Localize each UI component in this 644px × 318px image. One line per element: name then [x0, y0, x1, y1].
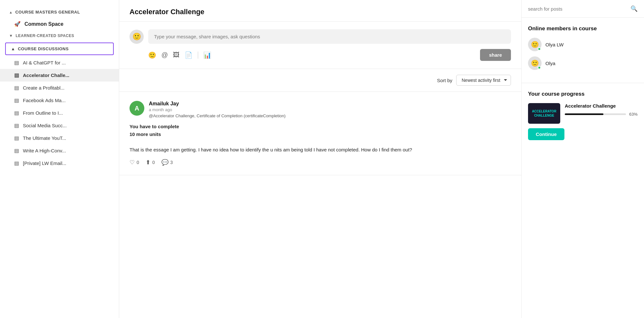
toolbar-divider [198, 52, 198, 59]
sidebar-item-social-media[interactable]: ▤ Social Media Succ... [0, 119, 119, 132]
thumbnail-text: ACCELERATORCHALLENGE [531, 108, 558, 119]
current-user-avatar: 🙂 [130, 30, 144, 44]
course-progress-section: Your course progress ACCELERATORCHALLENG… [522, 83, 644, 148]
sidebar-section-course-discussions[interactable]: ▲ COURSE DISCUSSIONS [5, 43, 114, 55]
main-content: Accelerator Challenge 🙂 🙂 @ 🖼 📄 📊 share … [119, 0, 522, 318]
post-body-highlight: You have to complete10 more units [130, 124, 179, 137]
rocket-icon: 🚀 [14, 21, 21, 27]
post-actions: ♡ 0 ⬆ 0 💬 3 [130, 159, 511, 166]
post-tag: @Accelerator Challenge, Certificate of C… [149, 113, 511, 118]
sidebar-item-ai-chatgpt[interactable]: ▤ AI & ChatGPT for ... [0, 56, 119, 69]
message-toolbar: 🙂 @ 🖼 📄 📊 share [130, 49, 511, 61]
progress-bar-bg [565, 113, 626, 115]
document-icon: ▤ [14, 97, 19, 103]
document-icon: ▤ [14, 85, 19, 91]
page-title: Accelerator Challenge [130, 8, 511, 16]
message-input-row: 🙂 [130, 29, 511, 44]
continue-button[interactable]: Continue [528, 128, 564, 140]
document-icon: ▤ [14, 110, 19, 116]
heart-icon: ♡ [130, 159, 135, 166]
online-indicator [538, 47, 541, 51]
sort-select[interactable]: Newest activity first Oldest activity fi… [456, 75, 511, 86]
sidebar-item-private-lw-email[interactable]: ▤ [Private] LW Email... [0, 157, 119, 169]
member-item: 🙂 Olya LW [528, 38, 638, 51]
online-indicator [538, 66, 541, 69]
course-info: Accelerator Challenge 63% [565, 103, 638, 117]
sidebar-item-facebook-ads[interactable]: ▤ Facebook Ads Ma... [0, 94, 119, 107]
sidebar-item-create-profitable[interactable]: ▤ Create a Profitabl... [0, 82, 119, 94]
emoji-icon[interactable]: 🙂 [148, 51, 156, 59]
member-avatar-olya: 🙂 [528, 56, 542, 70]
repost-icon: ⬆ [146, 159, 150, 166]
progress-bar-wrap: 63% [565, 112, 638, 117]
post-tag-link[interactable]: @Accelerator Challenge, Certificate of C… [149, 113, 285, 118]
sidebar-item-ultimate-youtube[interactable]: ▤ The Ultimate YouT... [0, 132, 119, 144]
comment-action[interactable]: 💬 3 [161, 159, 173, 166]
document-icon: ▤ [14, 160, 19, 166]
share-button[interactable]: share [480, 49, 511, 61]
chevron-up-icon-discussions: ▲ [11, 46, 15, 51]
post-time: a month ago [149, 107, 511, 112]
member-name-olya-lw: Olya LW [545, 42, 563, 47]
document-icon: ▤ [14, 148, 19, 154]
post-body: You have to complete10 more units That i… [130, 123, 511, 154]
search-input[interactable] [528, 6, 627, 12]
post-author-name: Amailuk Jay [149, 101, 511, 107]
sidebar-item-high-converting[interactable]: ▤ Write A High-Conv... [0, 144, 119, 157]
chart-icon[interactable]: 📊 [203, 51, 211, 59]
online-members-section: Online members in course 🙂 Olya LW 🙂 Oly… [522, 18, 644, 83]
post-meta: Amailuk Jay a month ago @Accelerator Cha… [149, 101, 511, 118]
sidebar-section-course-masters-label: COURSE MASTERS GENERAL [15, 10, 80, 14]
member-avatar-olya-lw: 🙂 [528, 38, 542, 51]
like-count: 0 [137, 160, 139, 165]
search-icon: 🔍 [630, 5, 638, 12]
post: A Amailuk Jay a month ago @Accelerator C… [119, 92, 521, 175]
course-thumbnail: ACCELERATORCHALLENGE [528, 103, 560, 124]
repost-count: 0 [152, 160, 155, 165]
right-panel: 🔍 Online members in course 🙂 Olya LW 🙂 O… [522, 0, 644, 318]
progress-bar-fill [565, 113, 603, 115]
mention-icon[interactable]: @ [161, 51, 168, 59]
sidebar: ▲ COURSE MASTERS GENERAL 🚀 Common Space … [0, 0, 119, 318]
progress-section-title: Your course progress [528, 91, 638, 97]
message-compose-area: 🙂 🙂 @ 🖼 📄 📊 share [119, 22, 521, 69]
repost-action[interactable]: ⬆ 0 [146, 159, 155, 166]
member-name-olya: Olya [545, 61, 555, 66]
sort-bar: Sort by Newest activity first Oldest act… [119, 69, 521, 92]
sidebar-section-course-masters[interactable]: ▲ COURSE MASTERS GENERAL [0, 6, 119, 18]
attachment-icon[interactable]: 📄 [185, 51, 193, 59]
document-icon: ▤ [14, 60, 19, 66]
progress-card: ACCELERATORCHALLENGE Accelerator Challen… [528, 103, 638, 124]
post-header: A Amailuk Jay a month ago @Accelerator C… [130, 101, 511, 118]
sort-label: Sort by [437, 78, 452, 83]
message-input[interactable] [148, 29, 511, 44]
comment-count: 3 [170, 160, 173, 165]
sidebar-item-from-outline[interactable]: ▤ From Outline to I... [0, 107, 119, 119]
chevron-up-icon: ▲ [9, 10, 13, 14]
sidebar-section-learner-created[interactable]: ▼ LEARNER-CREATED SPACES [0, 30, 119, 41]
document-icon: ▤ [14, 122, 19, 129]
post-body-text: That is the essage I am getting. I have … [130, 147, 412, 152]
like-action[interactable]: ♡ 0 [130, 159, 139, 166]
document-icon: ▤ [14, 72, 19, 78]
sidebar-item-common-space[interactable]: 🚀 Common Space [0, 18, 119, 30]
member-item: 🙂 Olya [528, 56, 638, 70]
online-members-title: Online members in course [528, 25, 638, 32]
chevron-down-icon: ▼ [9, 34, 13, 38]
document-icon: ▤ [14, 135, 19, 141]
search-bar: 🔍 [522, 0, 644, 18]
sidebar-item-accelerator-challenge[interactable]: ▤ Accelerator Challe... [0, 69, 119, 82]
progress-percentage: 63% [629, 112, 638, 117]
post-author-avatar: A [130, 101, 144, 116]
image-icon[interactable]: 🖼 [173, 51, 179, 59]
page-header: Accelerator Challenge [119, 0, 521, 22]
course-name: Accelerator Challenge [565, 103, 638, 109]
comment-icon: 💬 [161, 159, 168, 166]
